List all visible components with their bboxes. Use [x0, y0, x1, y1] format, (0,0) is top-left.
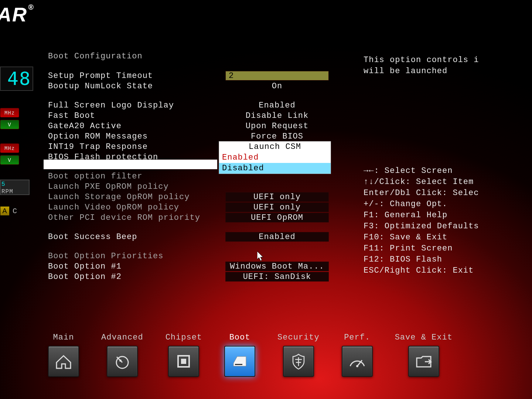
- setting-value[interactable]: Disable Link: [222, 111, 332, 120]
- setting-label: Launch Storage OpROM policy: [48, 192, 222, 202]
- setting-row[interactable]: Boot Option Priorities: [48, 251, 344, 261]
- setting-row[interactable]: Full Screen Logo DisplayEnabled: [48, 100, 344, 110]
- setting-label: Bootup NumLock State: [48, 82, 222, 91]
- mouse-cursor-icon: [257, 251, 265, 262]
- setting-row[interactable]: Boot Option #2UEFI: SanDisk: [48, 272, 344, 282]
- freq-badge: MHz: [0, 143, 19, 153]
- setting-label: Launch Video OpROM policy: [48, 203, 222, 212]
- setting-label: Full Screen Logo Display: [48, 101, 222, 110]
- nav-tab-main[interactable]: Main: [48, 333, 79, 377]
- nav-label: Advanced: [101, 333, 143, 342]
- brand-logo: AR®: [0, 3, 34, 26]
- fan-rpm-box: 5RPM: [0, 180, 30, 195]
- setting-value[interactable]: 2: [222, 71, 332, 81]
- setting-label: Boot Option #1: [48, 262, 222, 271]
- setting-row[interactable]: Setup Prompt Timeout2: [48, 71, 344, 81]
- section-heading: Boot Configuration: [48, 52, 344, 61]
- setting-row[interactable]: GateA20 ActiveUpon Request: [48, 121, 344, 131]
- setting-value[interactable]: Force BIOS: [222, 132, 332, 141]
- nav-label: Perf.: [344, 333, 370, 342]
- volt-badge: V: [0, 155, 19, 165]
- setting-row[interactable]: Launch PXE OpROM policy: [48, 181, 344, 192]
- nav-tab-advanced[interactable]: Advanced: [101, 333, 143, 377]
- nav-label: Main: [53, 333, 74, 342]
- help-key-legend: →←: Select Screen ↑↓/Click: Select Item …: [364, 166, 532, 276]
- setting-value[interactable]: On: [222, 82, 332, 91]
- dropdown-option[interactable]: Disabled: [219, 163, 331, 174]
- svg-rect-5: [235, 364, 242, 365]
- setting-label: Fast Boot: [48, 111, 222, 120]
- dropdown-option[interactable]: Enabled: [219, 152, 331, 163]
- setting-label: Setup Prompt Timeout: [48, 71, 222, 81]
- chip-icon: [168, 346, 199, 377]
- setting-row[interactable]: Fast BootDisable Link: [48, 110, 344, 121]
- folder-icon: [408, 346, 439, 377]
- setting-label: Other PCI device ROM priority: [48, 213, 222, 222]
- nav-label: Boot: [229, 333, 250, 342]
- svg-rect-4: [181, 359, 186, 364]
- setting-value[interactable]: Enabled: [222, 232, 332, 242]
- svg-point-10: [356, 365, 358, 367]
- setting-row[interactable]: Launch Storage OpROM policyUEFI only: [48, 192, 344, 202]
- setting-label: GateA20 Active: [48, 122, 222, 131]
- hardware-monitor-strip: 48 MHz V MHz V 5RPM AC: [0, 66, 33, 216]
- nav-label: Chipset: [166, 333, 202, 342]
- setting-value[interactable]: UEFI OpROM: [222, 213, 332, 222]
- setting-value[interactable]: Windows Boot Ma...: [222, 262, 332, 271]
- setting-label: Launch PXE OpROM policy: [48, 182, 222, 191]
- setting-row[interactable]: Bootup NumLock StateOn: [48, 81, 344, 91]
- setting-row[interactable]: Other PCI device ROM priorityUEFI OpROM: [48, 212, 344, 223]
- drive-icon: [224, 346, 255, 377]
- gauge-icon: [342, 346, 373, 377]
- setting-row[interactable]: Boot Success BeepEnabled: [48, 232, 344, 242]
- setting-row[interactable]: Boot Option #1Windows Boot Ma...: [48, 261, 344, 272]
- nav-tab-chipset[interactable]: Chipset: [166, 333, 202, 377]
- setting-value[interactable]: Upon Request: [222, 122, 332, 131]
- nav-tab-security[interactable]: Security: [277, 333, 320, 377]
- setting-row[interactable]: Launch Video OpROM policyUEFI only: [48, 202, 344, 212]
- setting-label: INT19 Trap Response: [48, 142, 222, 151]
- setting-row[interactable]: Option ROM MessagesForce BIOS: [48, 131, 344, 141]
- setting-value[interactable]: UEFI only: [222, 202, 332, 212]
- setting-label: Option ROM Messages: [48, 132, 222, 141]
- clock-display: 48: [0, 66, 33, 91]
- setting-label: Boot Option #2: [48, 272, 222, 282]
- dial-icon: [107, 346, 138, 377]
- volt-badge: V: [0, 120, 19, 129]
- bottom-nav: MainAdvancedChipsetBootSecurityPerf.Save…: [48, 333, 453, 377]
- dropdown-title: Launch CSM: [219, 141, 331, 152]
- nav-tab-perf-[interactable]: Perf.: [342, 333, 373, 377]
- setting-label: Boot Option Priorities: [48, 252, 222, 261]
- nav-label: Save & Exit: [395, 333, 453, 342]
- temp-indicator: AC: [0, 206, 33, 216]
- setting-value[interactable]: UEFI only: [222, 192, 332, 202]
- setting-label: Boot option filter: [48, 172, 222, 181]
- setting-value[interactable]: Enabled: [222, 101, 332, 110]
- setting-value[interactable]: UEFI: SanDisk: [222, 272, 332, 282]
- freq-badge: MHz: [0, 108, 19, 117]
- nav-tab-boot[interactable]: Boot: [224, 333, 255, 377]
- selection-highlight-bar: [44, 160, 217, 169]
- help-description: This option controls i will be launched: [364, 55, 532, 77]
- svg-marker-11: [257, 251, 263, 261]
- nav-label: Security: [277, 333, 320, 342]
- nav-tab-save-exit[interactable]: Save & Exit: [395, 333, 453, 377]
- setting-label: Boot Success Beep: [48, 232, 222, 242]
- shield-icon: [283, 346, 314, 377]
- home-icon: [48, 346, 79, 377]
- launch-csm-dropdown[interactable]: Launch CSM EnabledDisabled: [219, 141, 331, 174]
